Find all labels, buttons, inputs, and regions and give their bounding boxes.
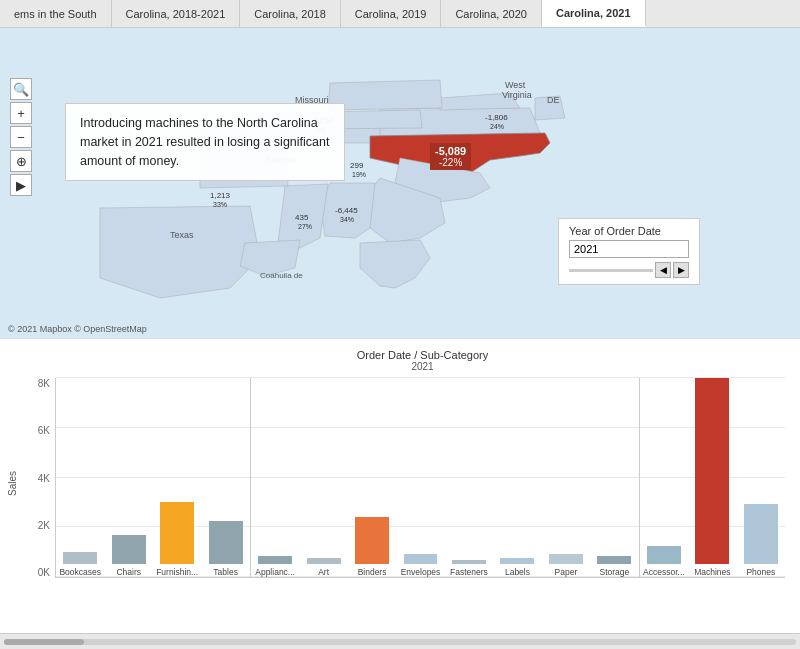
- bar-fasteners: [452, 560, 486, 564]
- tabs-bar: ems in the SouthCarolina, 2018-2021Carol…: [0, 0, 800, 28]
- bar-storage: [597, 556, 631, 564]
- svg-text:Virginia: Virginia: [502, 90, 532, 100]
- year-filter-label: Year of Order Date: [569, 225, 689, 237]
- map-controls: 🔍 + − ⊕ ▶: [10, 78, 32, 196]
- bar-furnishin___: [160, 502, 194, 564]
- zoom-in-btn[interactable]: +: [10, 102, 32, 124]
- svg-text:1,213: 1,213: [210, 191, 231, 200]
- bar-chairs: [112, 535, 146, 564]
- bar-label: Machines: [694, 567, 730, 577]
- svg-text:DE: DE: [547, 95, 560, 105]
- bar-group-applianc___[interactable]: Applianc...: [250, 378, 299, 577]
- svg-text:34%: 34%: [340, 216, 354, 223]
- bar-group-machines[interactable]: Machines: [688, 378, 736, 577]
- y-tick-0K: 0K: [10, 567, 50, 578]
- bar-label: Art: [318, 567, 329, 577]
- nc-value: -5,089: [435, 145, 466, 157]
- bar-label: Chairs: [116, 567, 141, 577]
- bar-label: Storage: [600, 567, 630, 577]
- tab-carolina__2021[interactable]: Carolina, 2021: [542, 0, 646, 27]
- zoom-out-btn[interactable]: −: [10, 126, 32, 148]
- tab-carolina__2018_2021[interactable]: Carolina, 2018-2021: [112, 0, 241, 27]
- map-copyright: © 2021 Mapbox © OpenStreetMap: [8, 324, 147, 334]
- bar-group-accessor___[interactable]: Accessor...: [639, 378, 688, 577]
- year-prev-btn[interactable]: ◀: [655, 262, 671, 278]
- bar-paper: [549, 554, 583, 564]
- svg-text:19%: 19%: [352, 171, 366, 178]
- bar-label: Binders: [358, 567, 387, 577]
- annotation-text: Introducing machines to the North Caroli…: [80, 116, 329, 168]
- bar-envelopes: [404, 554, 438, 564]
- bar-labels: [500, 558, 534, 564]
- bar-label: Furnishin...: [156, 567, 198, 577]
- scroll-thumb[interactable]: [4, 639, 84, 645]
- year-slider-track[interactable]: [569, 269, 653, 272]
- chart-title: Order Date / Sub-Category: [55, 349, 790, 361]
- year-filter: Year of Order Date ◀ ▶: [558, 218, 700, 285]
- bars-area: BookcasesChairsFurnishin...TablesApplian…: [55, 378, 785, 578]
- tab-carolina__2020[interactable]: Carolina, 2020: [441, 0, 542, 27]
- bottom-scrollbar[interactable]: [0, 633, 800, 649]
- annotation-box: Introducing machines to the North Caroli…: [65, 103, 345, 181]
- y-tick-4K: 4K: [10, 473, 50, 484]
- y-tick-8K: 8K: [10, 378, 50, 389]
- bar-group-furnishin___[interactable]: Furnishin...: [153, 378, 201, 577]
- bar-group-tables[interactable]: Tables: [201, 378, 249, 577]
- bar-group-fasteners[interactable]: Fasteners: [445, 378, 493, 577]
- svg-text:299: 299: [350, 161, 364, 170]
- tab-carolina__2018[interactable]: Carolina, 2018: [240, 0, 341, 27]
- bar-label: Accessor...: [643, 567, 685, 577]
- year-controls: ◀ ▶: [569, 262, 689, 278]
- year-input[interactable]: [569, 240, 689, 258]
- y-tick-2K: 2K: [10, 520, 50, 531]
- bar-label: Paper: [555, 567, 578, 577]
- bar-group-art[interactable]: Art: [299, 378, 347, 577]
- bar-group-envelopes[interactable]: Envelopes: [396, 378, 444, 577]
- bar-applianc___: [258, 556, 292, 564]
- bar-bookcases: [63, 552, 97, 564]
- bar-label: Tables: [213, 567, 238, 577]
- bar-label: Bookcases: [59, 567, 101, 577]
- arrow-btn[interactable]: ▶: [10, 174, 32, 196]
- svg-text:Coahuila de: Coahuila de: [260, 271, 303, 280]
- svg-text:-6,445: -6,445: [335, 206, 358, 215]
- y-axis: 8K6K4K2K0K: [10, 378, 50, 578]
- svg-text:33%: 33%: [213, 201, 227, 208]
- bar-group-paper[interactable]: Paper: [542, 378, 590, 577]
- scroll-track[interactable]: [4, 639, 796, 645]
- bar-group-binders[interactable]: Binders: [348, 378, 396, 577]
- bar-tables: [209, 521, 243, 564]
- bar-machines: [695, 378, 729, 564]
- search-btn[interactable]: 🔍: [10, 78, 32, 100]
- chart-section: Order Date / Sub-Category 2021 Sales 8K6…: [0, 338, 800, 633]
- bar-group-labels[interactable]: Labels: [493, 378, 541, 577]
- svg-text:West: West: [505, 80, 526, 90]
- bar-label: Fasteners: [450, 567, 488, 577]
- svg-text:27%: 27%: [298, 223, 312, 230]
- bar-group-chairs[interactable]: Chairs: [104, 378, 152, 577]
- svg-text:Texas: Texas: [170, 230, 194, 240]
- y-tick-6K: 6K: [10, 425, 50, 436]
- bar-group-bookcases[interactable]: Bookcases: [56, 378, 104, 577]
- tab-ems_in_the_south[interactable]: ems in the South: [0, 0, 112, 27]
- bar-group-phones[interactable]: Phones: [737, 378, 785, 577]
- svg-text:24%: 24%: [490, 123, 504, 130]
- bar-label: Phones: [746, 567, 775, 577]
- crosshair-btn[interactable]: ⊕: [10, 150, 32, 172]
- bar-label: Labels: [505, 567, 530, 577]
- bar-binders: [355, 517, 389, 564]
- chart-subtitle: 2021: [55, 361, 790, 372]
- map-section: Texas Kansas Missouri West Virginia DE C…: [0, 28, 800, 338]
- year-next-btn[interactable]: ▶: [673, 262, 689, 278]
- svg-text:-1,806: -1,806: [485, 113, 508, 122]
- chart-container: Sales 8K6K4K2K0K BookcasesChairsFurnishi…: [55, 378, 785, 603]
- nc-value-label: -5,089 -22%: [430, 143, 471, 170]
- bar-art: [307, 558, 341, 564]
- nc-pct: -22%: [435, 157, 466, 168]
- svg-text:435: 435: [295, 213, 309, 222]
- bar-accessor___: [647, 546, 681, 564]
- bar-label: Envelopes: [401, 567, 441, 577]
- tab-carolina__2019[interactable]: Carolina, 2019: [341, 0, 442, 27]
- bar-phones: [744, 504, 778, 564]
- bar-group-storage[interactable]: Storage: [590, 378, 638, 577]
